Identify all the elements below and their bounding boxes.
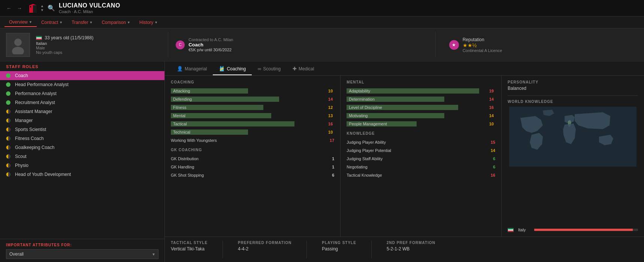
country-row: Italy — [508, 228, 638, 232]
stat-row-gk-shot: GK Shot Stopping 6 — [171, 171, 334, 179]
role-item-gk-coach[interactable]: Goalkeeping Coach — [0, 143, 164, 152]
stat-row-judging-pp: Judging Player Potential 14 — [347, 147, 495, 154]
country-bar-fill — [534, 229, 633, 231]
role-item-head-perf[interactable]: Head Performance Analyst — [0, 80, 164, 89]
top-bar: ← → ▲ ▼ 🔍 LUCIANO VULCANO Coach · A.C. M… — [0, 0, 644, 16]
attr-select[interactable]: Overall — [6, 249, 158, 259]
tab-coaching[interactable]: 🎽 Coaching — [213, 63, 252, 75]
coaching-stats-panel: COACHING Attacking 10 Defending — [165, 76, 341, 237]
contract-role: Coach — [188, 42, 233, 48]
role-item-hyd[interactable]: Head of Youth Development — [0, 170, 164, 179]
tactical-style-value: Vertical Tiki-Taka — [171, 246, 208, 252]
stat-row-tactical-knowledge: Tactical Knowledge 16 — [347, 171, 495, 179]
world-map-svg — [508, 107, 638, 167]
staff-roles-title: STAFF ROLES — [0, 61, 164, 71]
tab-medical[interactable]: ✚ Medical — [287, 63, 320, 75]
menu-overview[interactable]: Overview ▼ — [4, 18, 37, 27]
attr-section: IMPORTANT ATTRIBUTES FOR: Overall — [0, 239, 164, 262]
stat-bar-motivating: Motivating — [347, 113, 486, 119]
stat-row-mental: Mental 13 — [171, 112, 334, 119]
stat-bar-people-mgmt: People Management — [347, 121, 486, 127]
contract-salary: €5K p/w until 30/6/2022 — [188, 48, 233, 52]
bar-fill — [171, 113, 271, 118]
rep-info: Reputation ★★½ Continental A Licence — [463, 37, 502, 53]
player-subtitle: Coach · A.C. Milan — [59, 9, 93, 14]
country-bar-bg — [534, 229, 638, 231]
knowledge-title: KNOWLEDGE — [347, 131, 495, 135]
role-item-manager[interactable]: Manager — [0, 116, 164, 125]
stat-row-gk-hand: GK Handling 1 — [171, 163, 334, 171]
tab-scouting[interactable]: ∞ Scouting — [252, 63, 287, 75]
contract-info: Contracted to A.C. Milan Coach €5K p/w u… — [188, 37, 233, 52]
gender: Male — [36, 46, 162, 50]
stat-row-negotiating: Negotiating 6 — [347, 163, 495, 171]
role-dot — [6, 145, 10, 150]
role-item-fitness[interactable]: Fitness Coach — [0, 134, 164, 143]
svg-point-5 — [12, 47, 24, 54]
playing-style-label: PLAYING STYLE — [322, 241, 356, 245]
stat-row-judging-sa: Judging Staff Ability 6 — [347, 155, 495, 162]
stat-row-tactical: Tactical 16 — [171, 120, 334, 128]
menu-contract[interactable]: Contract ▼ — [37, 18, 67, 27]
role-item-coach[interactable]: Coach — [0, 71, 164, 80]
profile-info: 33 years old (11/5/1988) Italian Male No… — [36, 35, 162, 55]
world-knowledge-title: WORLD KNOWLEDGE — [508, 95, 638, 104]
managerial-icon: 👤 — [177, 66, 183, 71]
divider — [371, 241, 372, 258]
club-logo — [28, 3, 38, 13]
role-item-perf[interactable]: Performance Analyst — [0, 89, 164, 98]
flag-icon — [36, 36, 42, 40]
role-dot — [6, 127, 10, 132]
stat-row-people-mgmt: People Management 10 — [347, 120, 495, 128]
menu-comparison[interactable]: Comparison ▼ — [97, 18, 135, 27]
stat-bar-tactical: Tactical — [171, 121, 325, 127]
attr-select-wrapper: Overall — [6, 249, 158, 259]
profile-section: 33 years old (11/5/1988) Italian Male No… — [0, 28, 644, 61]
italy-flag — [508, 228, 514, 232]
role-item-scout[interactable]: Scout — [0, 152, 164, 161]
role-dot — [6, 82, 10, 87]
player-name: LUCIANO VULCANO — [59, 2, 120, 9]
knowledge-section: KNOWLEDGE Judging Player Ability 15 Judg… — [347, 131, 495, 179]
role-item-physio[interactable]: Physio — [0, 161, 164, 170]
nationality: Italian — [36, 41, 162, 46]
playing-style-value: Passing — [322, 246, 356, 252]
medical-icon: ✚ — [293, 66, 297, 71]
gk-section: GK COACHING GK Distribution 1 GK Handlin… — [171, 148, 334, 179]
stat-row-judging-pa: Judging Player Ability 15 — [347, 138, 495, 146]
svg-rect-2 — [30, 6, 31, 7]
reputation-icon: ★ — [449, 40, 459, 50]
stat-bar-attacking: Attacking — [171, 88, 325, 94]
role-item-asst[interactable]: Assistant Manager — [0, 107, 164, 116]
role-dot — [6, 100, 10, 105]
stat-bar-mental: Mental — [171, 113, 325, 119]
country-name: Italy — [518, 228, 531, 232]
menu-history[interactable]: History ▼ — [135, 18, 162, 27]
stat-row-technical: Technical 10 — [171, 128, 334, 136]
divider — [306, 241, 307, 258]
role-item-sports[interactable]: Sports Scientist — [0, 125, 164, 134]
role-dot — [6, 136, 10, 141]
personality-value: Balanced — [508, 86, 638, 91]
second-pref-label: 2ND PREF FORMATION — [387, 241, 435, 245]
chevron-icon: ▼ — [89, 21, 93, 24]
role-item-recruit[interactable]: Recruitment Analyst — [0, 98, 164, 107]
tab-managerial[interactable]: 👤 Managerial — [171, 63, 213, 75]
chevron-icon: ▼ — [154, 21, 158, 24]
attr-label: IMPORTANT ATTRIBUTES FOR: — [6, 243, 158, 247]
scouting-icon: ∞ — [258, 66, 261, 71]
back-button[interactable]: ← — [4, 4, 13, 12]
forward-button[interactable]: → — [15, 4, 24, 12]
avatar — [6, 33, 30, 57]
role-icon: C — [176, 40, 185, 49]
menu-transfer[interactable]: Transfer ▼ — [67, 18, 97, 27]
bar-fill — [171, 121, 294, 127]
search-button[interactable]: 🔍 — [48, 4, 55, 12]
player-header: LUCIANO VULCANO Coach · A.C. Milan — [59, 2, 120, 14]
stat-row-wwy: Working With Youngsters 17 — [171, 137, 334, 144]
second-pref-item: 2ND PREF FORMATION 5-2-1-2 WB — [387, 241, 435, 252]
club-nav[interactable]: ▲ ▼ — [40, 4, 44, 12]
role-dot — [6, 163, 10, 168]
bottom-section: TACTICAL STYLE Vertical Tiki-Taka PREFER… — [165, 237, 644, 262]
stars: ★★½ — [463, 42, 502, 48]
